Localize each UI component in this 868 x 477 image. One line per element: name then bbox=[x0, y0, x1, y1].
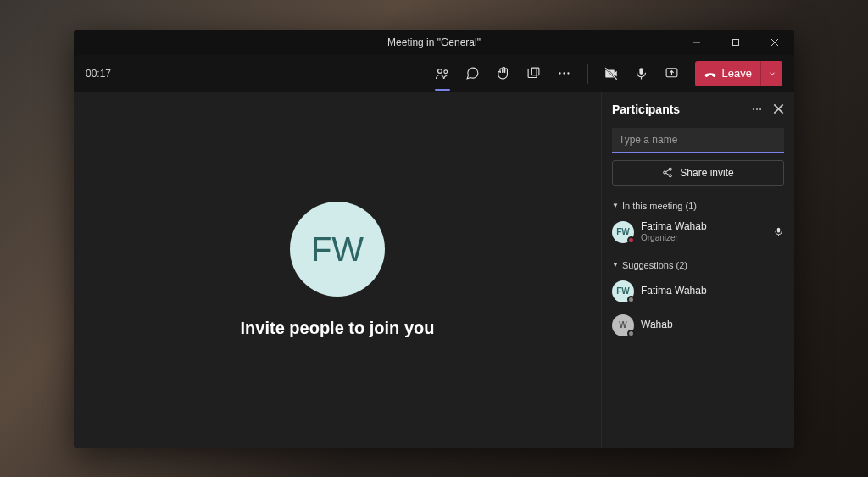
toolbar-icons: Leave bbox=[428, 59, 782, 88]
suggestion-row[interactable]: W Wahab bbox=[612, 311, 784, 340]
panel-title: Participants bbox=[612, 103, 680, 116]
suggestion-name: Fatima Wahab bbox=[641, 286, 707, 297]
presence-busy-icon bbox=[627, 236, 635, 244]
share-invite-button[interactable]: Share invite bbox=[612, 160, 784, 186]
share-invite-label: Share invite bbox=[680, 167, 733, 179]
share-screen-icon bbox=[665, 66, 679, 80]
window-title: Meeting in "General" bbox=[387, 36, 481, 48]
panel-close-button[interactable] bbox=[773, 103, 784, 115]
window-controls bbox=[677, 30, 794, 55]
more-actions-button[interactable] bbox=[550, 59, 579, 88]
meeting-body: FW Invite people to join you Participant… bbox=[74, 92, 794, 448]
svg-point-9 bbox=[563, 72, 565, 74]
panel-header: Participants bbox=[612, 103, 784, 116]
raise-hand-icon bbox=[496, 66, 510, 80]
panel-more-button[interactable] bbox=[751, 103, 763, 115]
ellipsis-icon bbox=[751, 103, 763, 115]
hangup-icon bbox=[704, 67, 717, 80]
meeting-window: Meeting in "General" 00:17 bbox=[74, 30, 794, 448]
svg-point-10 bbox=[567, 72, 569, 74]
in-meeting-section-head[interactable]: ▼ In this meeting (1) bbox=[612, 201, 784, 211]
share-button[interactable] bbox=[658, 59, 687, 88]
ellipsis-icon bbox=[557, 66, 571, 80]
svg-point-5 bbox=[443, 69, 447, 73]
chat-icon bbox=[465, 66, 480, 80]
participants-button[interactable] bbox=[428, 59, 457, 88]
svg-rect-6 bbox=[528, 69, 537, 78]
svg-rect-1 bbox=[733, 39, 739, 45]
leave-menu-button[interactable] bbox=[760, 61, 782, 86]
panel-actions bbox=[751, 103, 784, 115]
suggestion-info: Wahab bbox=[641, 319, 673, 331]
chevron-down-icon bbox=[768, 69, 776, 78]
avatar-initials: FW bbox=[616, 286, 630, 296]
leave-button[interactable]: Leave bbox=[695, 61, 782, 86]
svg-line-24 bbox=[666, 173, 670, 175]
avatar-initials: FW bbox=[311, 230, 364, 269]
toolbar-divider bbox=[587, 64, 588, 84]
leave-label: Leave bbox=[722, 67, 752, 80]
meeting-toolbar: 00:17 bbox=[74, 55, 794, 92]
svg-point-22 bbox=[669, 175, 671, 177]
mic-icon bbox=[634, 66, 648, 80]
presence-offline-icon bbox=[627, 296, 635, 303]
svg-point-4 bbox=[437, 69, 442, 73]
search-input[interactable] bbox=[612, 128, 784, 153]
svg-point-15 bbox=[753, 108, 754, 110]
suggestions-section-head[interactable]: ▼ Suggestions (2) bbox=[612, 260, 784, 270]
avatar: W bbox=[612, 314, 634, 336]
maximize-button[interactable] bbox=[716, 30, 755, 55]
titlebar: Meeting in "General" bbox=[74, 30, 794, 55]
svg-point-20 bbox=[669, 168, 671, 170]
suggestion-name: Wahab bbox=[641, 319, 673, 331]
caret-down-icon: ▼ bbox=[612, 261, 619, 269]
participant-name: Fatima Wahab bbox=[641, 221, 707, 233]
breakout-rooms-button[interactable] bbox=[520, 59, 548, 88]
leave-main[interactable]: Leave bbox=[695, 67, 760, 80]
avatar: FW bbox=[612, 221, 634, 243]
mic-icon bbox=[773, 226, 784, 237]
rooms-icon bbox=[526, 66, 541, 80]
in-meeting-label: In this meeting (1) bbox=[622, 201, 697, 211]
mic-button[interactable] bbox=[627, 59, 656, 88]
people-icon bbox=[435, 66, 450, 81]
caret-down-icon: ▼ bbox=[612, 202, 619, 209]
chat-button[interactable] bbox=[459, 59, 487, 88]
close-icon bbox=[773, 103, 784, 114]
svg-line-23 bbox=[666, 170, 670, 172]
camera-button[interactable] bbox=[597, 59, 626, 88]
mic-indicator bbox=[773, 226, 784, 237]
minimize-button[interactable] bbox=[677, 30, 716, 55]
suggestion-row[interactable]: FW Fatima Wahab bbox=[612, 277, 784, 306]
share-icon bbox=[662, 167, 673, 178]
svg-point-17 bbox=[760, 108, 761, 110]
self-avatar: FW bbox=[290, 202, 385, 297]
avatar-initials: FW bbox=[616, 227, 630, 236]
avatar: FW bbox=[612, 280, 634, 302]
suggestions-label: Suggestions (2) bbox=[622, 260, 687, 270]
avatar-initials: W bbox=[619, 320, 626, 330]
participant-info: Fatima Wahab Organizer bbox=[641, 221, 707, 242]
presence-offline-icon bbox=[627, 330, 635, 337]
reactions-button[interactable] bbox=[489, 59, 518, 88]
suggestion-info: Fatima Wahab bbox=[641, 286, 707, 297]
camera-off-icon bbox=[604, 66, 619, 81]
svg-point-8 bbox=[559, 72, 560, 74]
svg-point-21 bbox=[664, 171, 666, 174]
participants-panel: Participants Share invite bbox=[601, 92, 794, 448]
invite-prompt: Invite people to join you bbox=[241, 319, 435, 338]
participant-role: Organizer bbox=[641, 233, 707, 243]
meeting-stage: FW Invite people to join you bbox=[74, 92, 601, 448]
participant-row[interactable]: FW Fatima Wahab Organizer bbox=[612, 218, 784, 247]
close-button[interactable] bbox=[755, 30, 794, 55]
meeting-timer: 00:17 bbox=[86, 68, 111, 80]
svg-point-16 bbox=[756, 108, 758, 110]
